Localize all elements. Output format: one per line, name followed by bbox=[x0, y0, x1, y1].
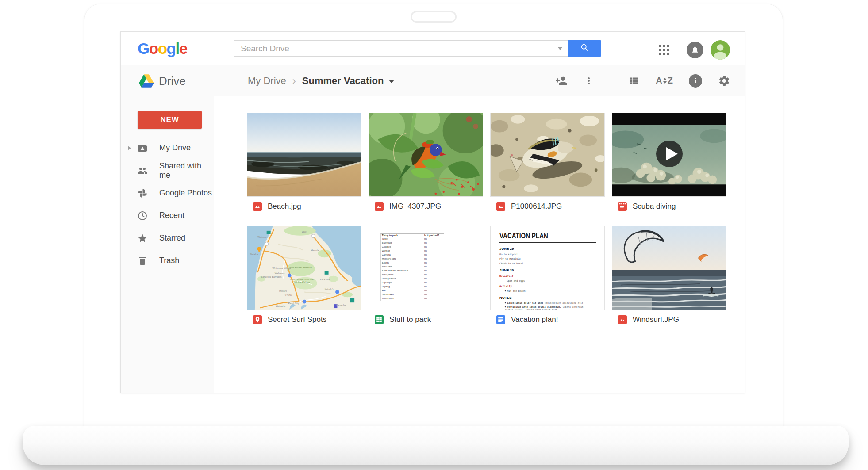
search-input[interactable] bbox=[234, 41, 558, 56]
sidebar-item-shared-with-me[interactable]: Shared with me bbox=[121, 159, 214, 182]
search-box bbox=[234, 40, 568, 57]
trash-icon bbox=[137, 256, 148, 266]
file-name: IMG_4307.JPG bbox=[389, 202, 441, 211]
file-thumbnail bbox=[612, 113, 726, 197]
table-row: Drybag no bbox=[380, 285, 444, 289]
table-row: Swimsuit no bbox=[380, 241, 444, 245]
file-thumbnail: WaimeaLaieHauulaWaialuaWhitmore VillageW… bbox=[247, 226, 361, 310]
document-title: VACATION PLAN bbox=[499, 232, 596, 243]
table-row: Memory card no bbox=[380, 257, 444, 261]
file-thumbnail: Thing to pack Is it packed? Towel no bbox=[369, 226, 483, 310]
share-person-add-icon[interactable] bbox=[555, 75, 568, 87]
document-line: Vestibulum ante ipsum primis elementum, … bbox=[499, 306, 590, 310]
search-options-caret-icon[interactable] bbox=[558, 47, 562, 50]
apps-grid-icon[interactable] bbox=[659, 45, 669, 55]
file-thumbnail: VACATION PLAN JUNE 29 Go to airport Fly … bbox=[490, 226, 605, 310]
sidebar-item-label: Google Photos bbox=[159, 188, 212, 198]
table-row: Towel no bbox=[380, 237, 444, 241]
file-name: Stuff to pack bbox=[389, 315, 431, 324]
sort-az-icon[interactable]: A Z bbox=[656, 76, 673, 86]
folder-menu-caret-icon[interactable] bbox=[389, 80, 394, 83]
expand-caret-icon[interactable] bbox=[128, 146, 131, 150]
sidebar-item-trash[interactable]: Trash bbox=[121, 249, 214, 272]
file-tile-secret-surf-spots[interactable]: WaimeaLaieHauulaWaialuaWhitmore VillageW… bbox=[247, 226, 361, 329]
play-button-icon[interactable] bbox=[656, 140, 683, 169]
sidebar-item-label: Recent bbox=[159, 211, 184, 220]
table-row: Hat no bbox=[380, 289, 444, 293]
sidebar-item-recent[interactable]: Recent bbox=[121, 204, 214, 227]
breadcrumb-current-folder[interactable]: Summer Vacation bbox=[302, 75, 384, 87]
breadcrumb-my-drive[interactable]: My Drive bbox=[248, 75, 286, 87]
laptop-base bbox=[23, 426, 849, 465]
file-name: Beach.jpg bbox=[268, 202, 301, 211]
account-avatar[interactable] bbox=[711, 40, 730, 60]
app-name: Drive bbox=[159, 74, 186, 88]
file-thumbnail bbox=[369, 113, 483, 197]
image-file-icon bbox=[496, 202, 505, 211]
file-tile-windsurf[interactable]: Windsurf.JPG bbox=[612, 226, 726, 329]
spreadsheet-file-icon bbox=[375, 315, 384, 324]
file-tile-scuba-diving[interactable]: Scuba diving bbox=[612, 113, 726, 216]
more-options-icon[interactable] bbox=[584, 76, 594, 86]
new-button[interactable]: NEW bbox=[138, 111, 202, 129]
file-name: Secret Surf Spots bbox=[268, 315, 326, 324]
gear-settings-icon[interactable] bbox=[718, 75, 730, 87]
laptop-camera-notch bbox=[411, 11, 457, 23]
sidebar-item-label: Trash bbox=[159, 256, 179, 265]
top-header-bar: Google bbox=[121, 32, 745, 65]
my-drive-folder-icon bbox=[137, 143, 148, 153]
toolbar-divider bbox=[611, 72, 611, 90]
column-header: Thing to pack bbox=[381, 234, 423, 237]
drive-triangle-logo[interactable] bbox=[139, 74, 154, 89]
photos-pinwheel-icon bbox=[137, 188, 148, 199]
file-tile-beach[interactable]: Beach.jpg bbox=[247, 113, 361, 216]
drive-window: Google Drive bbox=[120, 31, 745, 393]
table-row: Hiking shoes no bbox=[380, 277, 444, 281]
document-preview: VACATION PLAN JUNE 29 Go to airport Fly … bbox=[491, 226, 604, 310]
table-row: Shirt with the shark on it no bbox=[380, 269, 444, 273]
document-line: NOTES bbox=[499, 296, 596, 300]
search-button[interactable] bbox=[568, 40, 601, 57]
list-view-icon[interactable] bbox=[628, 75, 640, 87]
people-icon bbox=[137, 165, 148, 176]
sidebar: NEW My Drive Shared with me bbox=[121, 96, 214, 393]
table-row: Shorts no bbox=[380, 261, 444, 265]
breadcrumb: My Drive › Summer Vacation bbox=[248, 75, 394, 87]
video-file-icon bbox=[618, 202, 627, 211]
document-line: JUNE 29 bbox=[499, 247, 596, 251]
notifications-bell-icon[interactable] bbox=[687, 42, 703, 58]
image-file-icon bbox=[375, 202, 384, 211]
image-file-icon bbox=[618, 315, 627, 324]
sidebar-item-my-drive[interactable]: My Drive bbox=[121, 137, 214, 159]
table-row: Goggles no bbox=[380, 245, 444, 249]
sidebar-item-label: Shared with me bbox=[159, 161, 214, 180]
document-line: Fly to Honolulu bbox=[499, 257, 596, 260]
breadcrumb-separator: › bbox=[292, 75, 296, 87]
table-row: Nice shirt no bbox=[380, 265, 444, 269]
file-tile-p1000614[interactable]: P1000614.JPG bbox=[490, 113, 605, 216]
table-row: Camera no bbox=[380, 253, 444, 257]
sidebar-item-starred[interactable]: Starred bbox=[121, 227, 214, 249]
document-line: Lorem ipsum dolor sit amet consectetuer … bbox=[499, 302, 590, 304]
document-line: Go to airport bbox=[499, 253, 596, 256]
file-name: Scuba diving bbox=[633, 202, 676, 211]
file-tile-vacation-plan[interactable]: VACATION PLAN JUNE 29 Go to airport Fly … bbox=[490, 226, 605, 329]
file-grid-area: Beach.jpg bbox=[214, 96, 745, 393]
file-thumbnail bbox=[612, 226, 726, 310]
table-row: Sunscreen no bbox=[380, 293, 444, 297]
spreadsheet-preview: Thing to pack Is it packed? Towel no bbox=[369, 226, 483, 310]
info-details-icon[interactable]: i bbox=[689, 74, 702, 88]
file-tile-img-4307[interactable]: IMG_4307.JPG bbox=[369, 113, 483, 216]
clock-icon bbox=[137, 210, 148, 221]
column-header: Is it packed? bbox=[423, 234, 444, 237]
file-name: Vacation plan! bbox=[511, 315, 558, 324]
document-line: Activity bbox=[499, 285, 596, 287]
file-name: P1000614.JPG bbox=[511, 202, 562, 211]
document-line: Spam and eggs bbox=[499, 279, 596, 282]
file-tile-stuff-to-pack[interactable]: Thing to pack Is it packed? Towel no bbox=[369, 226, 483, 329]
search-icon bbox=[580, 43, 590, 54]
table-row: Flip flops no bbox=[380, 281, 444, 285]
packing-list-table: Thing to pack Is it packed? Towel no bbox=[380, 233, 444, 301]
sidebar-item-google-photos[interactable]: Google Photos bbox=[121, 182, 214, 204]
file-thumbnail bbox=[247, 113, 361, 197]
